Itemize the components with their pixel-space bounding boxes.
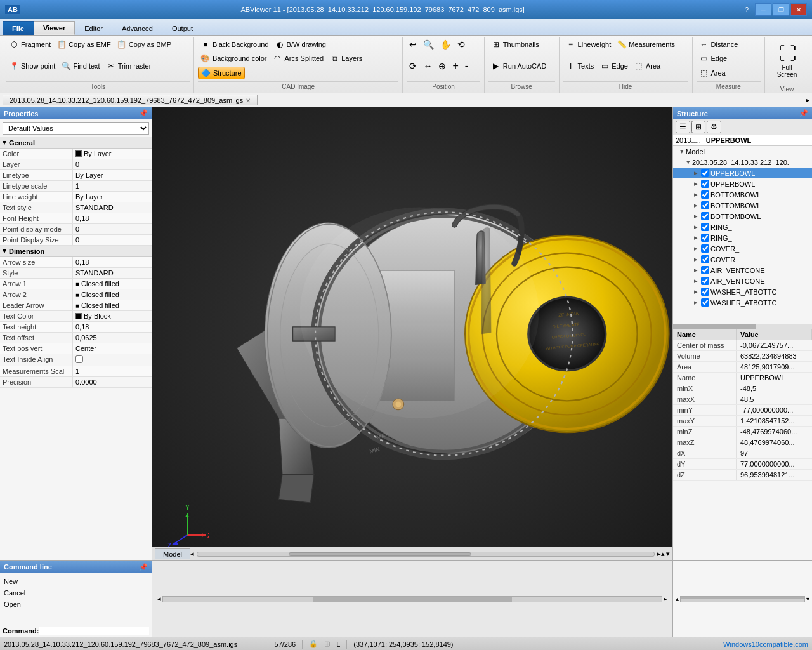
pan-button[interactable]: ✋ bbox=[438, 38, 454, 51]
dimension-collapse[interactable]: ▾ bbox=[3, 247, 6, 255]
tree-item-3[interactable]: ▸ BOTTOMBOWL bbox=[673, 200, 812, 211]
zoom-out-button[interactable]: - bbox=[462, 60, 471, 72]
structure-button[interactable]: 🔷Structure bbox=[198, 67, 245, 79]
fragment-button[interactable]: ⬡Fragment bbox=[6, 38, 53, 51]
black-bg-button[interactable]: ■Black Background bbox=[198, 38, 272, 51]
command-input[interactable] bbox=[39, 627, 149, 635]
tab-file[interactable]: File bbox=[3, 21, 34, 35]
properties-dropdown[interactable]: Default Values bbox=[3, 122, 149, 135]
tree-check-5[interactable] bbox=[701, 223, 709, 231]
tab-output[interactable]: Output bbox=[162, 21, 202, 35]
tree-check-4[interactable] bbox=[701, 212, 709, 220]
fullscreen-button[interactable]: ⛶ Full Screen bbox=[769, 38, 805, 83]
area-hide-button[interactable]: ⬚Area bbox=[631, 60, 663, 72]
tree-check-12[interactable] bbox=[701, 298, 709, 307]
cmd-pin[interactable]: 📌 bbox=[139, 563, 148, 571]
tree-file[interactable]: ▾ 2013.05.28_14.10.33.212_120. bbox=[673, 157, 812, 168]
trim-raster-button[interactable]: ✂Trim raster bbox=[103, 60, 154, 72]
doc-tab[interactable]: 2013.05.28_14.10.33.212_120.60.159.192_7… bbox=[3, 95, 258, 105]
edge-measure-button[interactable]: ▭Edge bbox=[697, 52, 730, 65]
tree-check-2[interactable] bbox=[701, 190, 709, 199]
fit-button[interactable]: ↔ bbox=[421, 60, 435, 72]
tree-item-0[interactable]: ▸ UPPERBOWL bbox=[673, 168, 812, 178]
scroll-left[interactable]: ◂ bbox=[190, 550, 194, 558]
tab-advanced[interactable]: Advanced bbox=[112, 21, 162, 35]
center-button[interactable]: ⊕ bbox=[436, 60, 449, 72]
tree-item-8[interactable]: ▸ COVER_ bbox=[673, 254, 812, 265]
structure-pin[interactable]: 📌 bbox=[799, 109, 808, 117]
measurements-button[interactable]: 📏Measurements bbox=[614, 38, 678, 51]
rotate-right-button[interactable]: ⟳ bbox=[407, 60, 419, 72]
struct-btn-2[interactable]: ⊞ bbox=[691, 121, 705, 133]
tree-check-9[interactable] bbox=[701, 266, 709, 274]
properties-pin[interactable]: 📌 bbox=[139, 109, 148, 117]
bg-color-button[interactable]: 🎨Background color bbox=[198, 52, 270, 65]
tree-item-9[interactable]: ▸ AIR_VENTCONE bbox=[673, 265, 812, 275]
lineweight-button[interactable]: ≡Lineweight bbox=[563, 38, 614, 51]
doc-tab-close[interactable]: ✕ bbox=[246, 97, 251, 104]
copy-emf-button[interactable]: 📋Copy as EMF bbox=[54, 38, 114, 51]
tree-item-1[interactable]: ▸ UPPERBOWL bbox=[673, 178, 812, 189]
rotate-left-button[interactable]: ⟲ bbox=[455, 38, 468, 51]
zoom-in-button[interactable]: + bbox=[450, 60, 461, 72]
vscroll-down[interactable]: ▾ bbox=[806, 595, 809, 602]
tab-editor[interactable]: Editor bbox=[75, 21, 112, 35]
tree-check-3[interactable] bbox=[701, 201, 709, 209]
rprop-miny: minY -77,000000000... bbox=[673, 405, 812, 416]
area-measure-button[interactable]: ⬚Area bbox=[697, 67, 728, 79]
scroll-down[interactable]: ▾ bbox=[666, 550, 670, 558]
tree-item-5[interactable]: ▸ RING_ bbox=[673, 222, 812, 232]
edge-button[interactable]: ▭Edge bbox=[597, 60, 631, 72]
text-inside-align-checkbox[interactable] bbox=[75, 355, 83, 363]
tree-file-expand[interactable]: ▾ bbox=[684, 158, 692, 166]
scroll-bar-thumb[interactable] bbox=[289, 552, 471, 556]
tree-check-7[interactable] bbox=[701, 244, 709, 253]
hscroll-left[interactable]: ◂ bbox=[157, 595, 161, 603]
struct-btn-3[interactable]: ⚙ bbox=[707, 121, 721, 133]
tree-check-11[interactable] bbox=[701, 288, 709, 296]
back-button[interactable]: ↩ bbox=[407, 38, 419, 51]
tree-item-10[interactable]: ▸ AIR_VENTCONE bbox=[673, 275, 812, 286]
tree-root-expand[interactable]: ▾ bbox=[678, 147, 686, 156]
tree-check-1[interactable] bbox=[701, 180, 709, 188]
show-point-button[interactable]: 📍Show point bbox=[6, 60, 58, 72]
arcs-splitted-button[interactable]: ◠Arcs Splitted bbox=[270, 52, 326, 65]
vscroll-up[interactable]: ▴ bbox=[676, 595, 679, 602]
tree-check-10[interactable] bbox=[701, 277, 709, 285]
distance-button[interactable]: ↔Distance bbox=[697, 38, 741, 51]
layers-button[interactable]: ⧉Layers bbox=[327, 52, 365, 65]
close-button[interactable]: ✕ bbox=[790, 3, 807, 16]
copy-bmp-button[interactable]: 📋Copy as BMP bbox=[114, 38, 174, 51]
thumbnails-button[interactable]: ⊞Thumbnails bbox=[488, 38, 542, 51]
zoom-button[interactable]: 🔍 bbox=[421, 38, 436, 51]
struct-btn-1[interactable]: ☰ bbox=[676, 121, 690, 133]
general-collapse[interactable]: ▾ bbox=[3, 138, 6, 147]
tree-check-6[interactable] bbox=[701, 234, 709, 242]
hscroll-right[interactable]: ▸ bbox=[664, 595, 667, 603]
tree-check-0[interactable] bbox=[701, 169, 709, 177]
hscroll-thumb[interactable] bbox=[313, 597, 512, 602]
tab-scroll-right[interactable]: ▸ bbox=[806, 96, 809, 103]
tree-item-6[interactable]: ▸ RING_ bbox=[673, 232, 812, 243]
run-autocad-button[interactable]: ▶Run AutoCAD bbox=[488, 60, 549, 72]
model-tab[interactable]: Model bbox=[155, 548, 190, 559]
prop-style: Style STANDARD bbox=[0, 268, 152, 279]
vscroll-thumb[interactable] bbox=[681, 597, 804, 600]
tree-item-7[interactable]: ▸ COVER_ bbox=[673, 243, 812, 254]
viewport[interactable]: ZF INDIA OIL TYPE ATF CHECK OIL LEVEL WI… bbox=[152, 107, 672, 560]
tab-viewer[interactable]: Viewer bbox=[34, 21, 75, 35]
restore-button[interactable]: ❐ bbox=[773, 3, 789, 16]
find-text-button[interactable]: 🔍Find text bbox=[58, 60, 102, 72]
tree-item-4[interactable]: ▸ BOTTOMBOWL bbox=[673, 211, 812, 222]
scroll-up[interactable]: ▴ bbox=[661, 550, 665, 558]
tree-item-11[interactable]: ▸ WASHER_ATBOTTC bbox=[673, 286, 812, 297]
structure-path: 2013..... UPPERBOWL bbox=[673, 135, 812, 146]
texts-button[interactable]: TTexts bbox=[563, 60, 597, 72]
minimize-button[interactable]: ─ bbox=[755, 3, 771, 16]
tree-check-8[interactable] bbox=[701, 255, 709, 263]
tree-item-12[interactable]: ▸ WASHER_ATBOTTC bbox=[673, 297, 812, 308]
tree-item-2[interactable]: ▸ BOTTOMBOWL bbox=[673, 189, 812, 200]
tree-root[interactable]: ▾ Model bbox=[673, 146, 812, 157]
tree-hscroll[interactable] bbox=[673, 324, 812, 329]
bw-drawing-button[interactable]: ◐B/W drawing bbox=[272, 38, 329, 51]
